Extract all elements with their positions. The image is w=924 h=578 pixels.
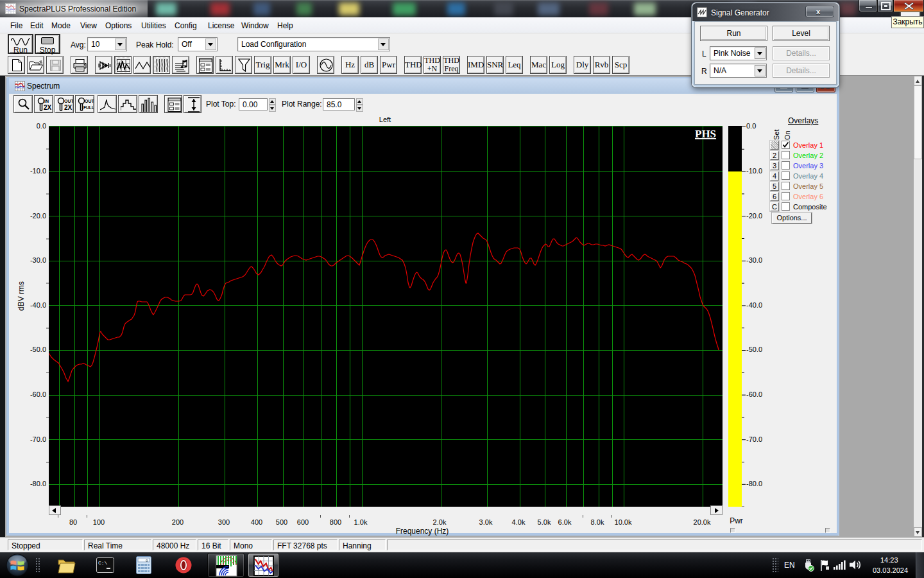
svg-text:OUT: OUT bbox=[64, 99, 73, 103]
svg-text:OUT: OUT bbox=[85, 99, 94, 103]
svg-text:FULL: FULL bbox=[83, 105, 94, 110]
svg-text:2X: 2X bbox=[44, 104, 52, 111]
svg-text:0: 0 bbox=[146, 559, 148, 563]
svg-text:IN: IN bbox=[44, 99, 49, 103]
svg-text:PHS: PHS bbox=[695, 128, 716, 140]
svg-text:2X: 2X bbox=[64, 104, 73, 111]
svg-text:C:\: C:\ bbox=[98, 560, 108, 566]
